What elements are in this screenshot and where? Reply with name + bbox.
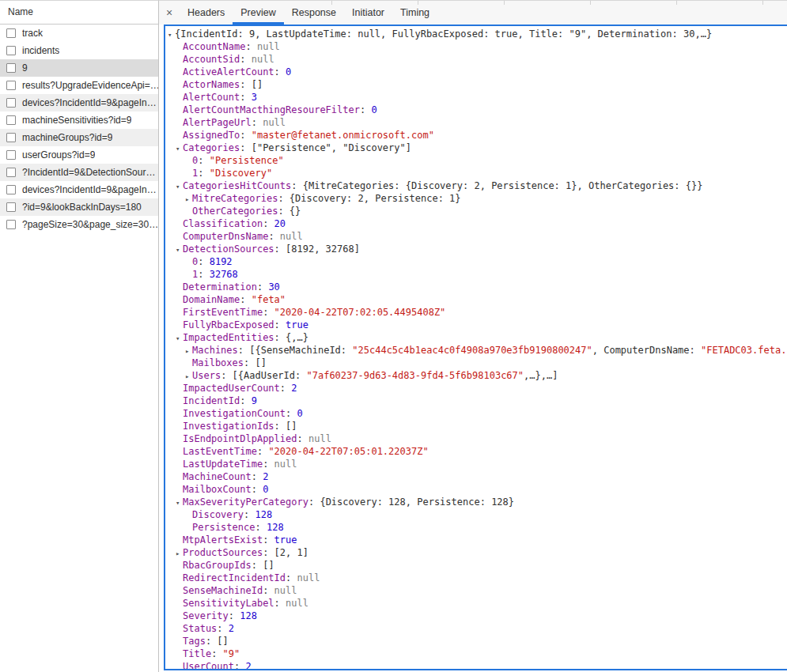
close-icon[interactable]: × xyxy=(159,1,180,25)
json-line: AccountName: null xyxy=(168,40,787,53)
network-request-sidebar: Name track incidents 9 results?UpgradeEv… xyxy=(0,0,159,672)
json-line: Tags: [] xyxy=(168,635,787,647)
request-checkbox-icon[interactable] xyxy=(6,220,16,229)
json-line[interactable]: ▾DetectionSources: [8192, 32768] xyxy=(168,243,787,255)
expander-collapsed-icon[interactable]: ▸ xyxy=(176,547,183,560)
request-label: incidents xyxy=(22,45,59,56)
request-label: ?id=9&lookBackInDays=180 xyxy=(22,202,142,213)
request-checkbox-icon[interactable] xyxy=(6,168,16,177)
json-line: FullyRbacExposed: true xyxy=(168,319,787,331)
request-list: track incidents 9 results?UpgradeEvidenc… xyxy=(0,25,158,233)
json-line: AccountSid: null xyxy=(168,53,787,66)
json-line: MailboxCount: 0 xyxy=(168,483,787,496)
json-line: InvestigationIds: [] xyxy=(168,420,787,432)
request-row[interactable]: userGroups?id=9 xyxy=(0,146,158,164)
tab-response[interactable]: Response xyxy=(284,1,344,25)
json-line: RedirectIncidentId: null xyxy=(168,572,787,584)
request-label: ?IncidentId=9&DetectionSour… xyxy=(22,167,155,178)
request-label: 9 xyxy=(22,62,28,74)
tab-initiator[interactable]: Initiator xyxy=(344,1,392,25)
json-line[interactable]: ▸ProductSources: [2, 1] xyxy=(168,546,787,559)
expander-expanded-icon[interactable]: ▾ xyxy=(176,496,183,509)
json-line: LastUpdateTime: null xyxy=(168,458,787,470)
json-line: ImpactedUserCount: 2 xyxy=(168,382,787,395)
json-line: FirstEventTime: "2020-04-22T07:02:05.449… xyxy=(168,306,787,319)
json-line[interactable]: ▸Users: [{AadUserId: "7af60237-9d63-4d83… xyxy=(168,369,787,382)
json-line: Status: 2 xyxy=(168,622,787,635)
json-line[interactable]: ▸Machines: [{SenseMachineId: "25c44c5c4b… xyxy=(168,344,787,357)
request-detail-panel: × Headers Preview Response Initiator Tim… xyxy=(159,0,787,672)
json-line: Title: "9" xyxy=(168,647,787,660)
json-line[interactable]: ▸MitreCategories: {Discovery: 2, Persist… xyxy=(168,192,787,205)
json-line: ComputerDnsName: null xyxy=(168,230,787,243)
json-tree: ▾{IncidentId: 9, LastUpdateTime: null, F… xyxy=(165,26,787,670)
devtools-network-panel: Name track incidents 9 results?UpgradeEv… xyxy=(0,0,787,672)
preview-tabbar: × Headers Preview Response Initiator Tim… xyxy=(159,0,787,25)
request-label: devices?IncidentId=9&pageIn… xyxy=(22,97,157,108)
request-row[interactable]: track xyxy=(0,25,158,42)
request-checkbox-icon[interactable] xyxy=(6,81,16,90)
json-line: AssignedTo: "master@fetanet.onmicrosoft.… xyxy=(168,129,787,142)
request-checkbox-icon[interactable] xyxy=(6,115,16,125)
json-line: InvestigationCount: 0 xyxy=(168,407,787,420)
json-line[interactable]: ▾Categories: ["Persistence", "Discovery"… xyxy=(168,142,787,154)
json-line: RbacGroupIds: [] xyxy=(168,559,787,572)
expander-expanded-icon[interactable]: ▾ xyxy=(168,28,175,41)
json-line: 1: 32768 xyxy=(168,268,787,281)
request-checkbox-icon[interactable] xyxy=(6,63,16,73)
request-label: userGroups?id=9 xyxy=(22,149,95,160)
json-line: LastEventTime: "2020-04-22T07:05:01.2203… xyxy=(168,445,787,458)
request-checkbox-icon[interactable] xyxy=(6,185,16,194)
request-row[interactable]: ?pageSize=30&page_size=30… xyxy=(0,216,158,233)
expander-expanded-icon[interactable]: ▾ xyxy=(176,180,183,193)
request-row[interactable]: results?UpgradeEvidenceApi=… xyxy=(0,77,158,94)
json-line[interactable]: ▾ImpactedEntities: {,…} xyxy=(168,331,787,344)
json-line[interactable]: ▾MaxSeverityPerCategory: {Discovery: 128… xyxy=(168,496,787,508)
request-checkbox-icon[interactable] xyxy=(6,202,16,212)
json-line: Discovery: 128 xyxy=(168,508,787,521)
json-line: IsEndpointDlpApplied: null xyxy=(168,432,787,445)
column-header-name[interactable]: Name xyxy=(0,1,158,25)
request-checkbox-icon[interactable] xyxy=(6,28,16,38)
expander-collapsed-icon[interactable]: ▸ xyxy=(185,370,192,383)
tab-preview[interactable]: Preview xyxy=(233,1,283,25)
json-line[interactable]: ▾{IncidentId: 9, LastUpdateTime: null, F… xyxy=(168,28,787,40)
request-row[interactable]: machineSensitivities?id=9 xyxy=(0,111,158,129)
json-line: Determination: 30 xyxy=(168,281,787,293)
expander-expanded-icon[interactable]: ▾ xyxy=(176,332,183,345)
request-checkbox-icon[interactable] xyxy=(6,98,16,108)
expander-collapsed-icon[interactable]: ▸ xyxy=(185,345,192,357)
json-line: SenseMachineId: null xyxy=(168,584,787,597)
json-line: 0: 8192 xyxy=(168,255,787,268)
expander-collapsed-icon[interactable]: ▸ xyxy=(185,193,192,206)
expander-expanded-icon[interactable]: ▾ xyxy=(176,244,183,256)
json-line: ActiveAlertCount: 0 xyxy=(168,66,787,78)
json-line: UserCount: 2 xyxy=(168,660,787,670)
json-line: Persistence: 128 xyxy=(168,521,787,534)
request-row[interactable]: devices?IncidentId=9&pageIn… xyxy=(0,181,158,198)
json-line: OtherCategories: {} xyxy=(168,205,787,217)
tabs-container: Headers Preview Response Initiator Timin… xyxy=(180,1,437,25)
json-line: Classification: 20 xyxy=(168,217,787,230)
request-checkbox-icon[interactable] xyxy=(6,46,16,55)
json-line: AlertCount: 3 xyxy=(168,91,787,104)
request-row[interactable]: incidents xyxy=(0,42,158,59)
request-label: track xyxy=(22,28,43,39)
expander-expanded-icon[interactable]: ▾ xyxy=(176,142,183,155)
tab-timing[interactable]: Timing xyxy=(392,1,437,25)
request-label: devices?IncidentId=9&pageIn… xyxy=(22,184,157,195)
json-line: DomainName: "feta" xyxy=(168,293,787,306)
request-row[interactable]: ?id=9&lookBackInDays=180 xyxy=(0,198,158,216)
request-label: machineGroups?id=9 xyxy=(22,132,112,143)
request-row[interactable]: 9 xyxy=(0,59,158,77)
request-row[interactable]: devices?IncidentId=9&pageIn… xyxy=(0,94,158,111)
request-row[interactable]: machineGroups?id=9 xyxy=(0,129,158,146)
request-checkbox-icon[interactable] xyxy=(6,150,16,160)
request-row[interactable]: ?IncidentId=9&DetectionSour… xyxy=(0,164,158,181)
tab-headers[interactable]: Headers xyxy=(180,1,233,25)
request-checkbox-icon[interactable] xyxy=(6,133,16,142)
preview-pane[interactable]: ▾{IncidentId: 9, LastUpdateTime: null, F… xyxy=(164,25,787,670)
json-line: Severity: 128 xyxy=(168,610,787,622)
json-line: AlertCountMacthingResoureFilter: 0 xyxy=(168,104,787,116)
json-line[interactable]: ▾CategoriesHitCounts: {MitreCategories: … xyxy=(168,179,787,192)
